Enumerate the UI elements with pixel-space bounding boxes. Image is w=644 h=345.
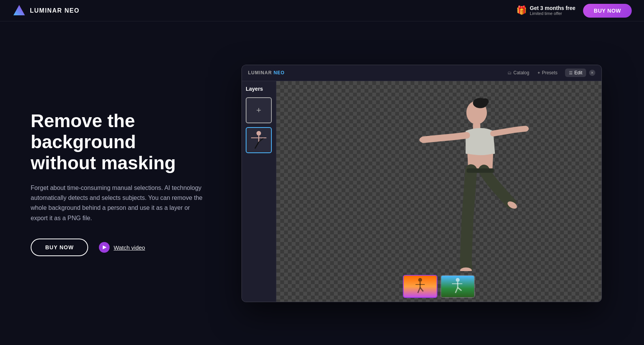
layers-panel: Layers +: [242, 81, 276, 302]
gift-icon: 🎁: [516, 5, 527, 15]
window-close-button[interactable]: ✕: [589, 70, 595, 76]
canvas-area: [276, 81, 601, 302]
cta-row: BUY NOW Watch video: [31, 239, 207, 256]
catalog-icon: 🗂: [508, 70, 512, 75]
yoga-figure: [391, 95, 552, 271]
film-thumb-2[interactable]: [440, 275, 475, 298]
layer-thumbnail[interactable]: [246, 127, 272, 153]
app-logo: LUMINAR NEO: [248, 70, 285, 75]
nav-edit-label: Edit: [574, 70, 582, 75]
header-right: 🎁 Get 3 months free Limited time offer B…: [516, 4, 632, 18]
play-triangle: [103, 245, 107, 249]
promo-text: Get 3 months free Limited time offer: [530, 5, 575, 16]
svg-point-15: [418, 278, 422, 282]
svg-line-5: [259, 138, 263, 142]
app-logo-luminar: LUMINAR: [248, 70, 272, 75]
promo-main-text: Get 3 months free: [530, 5, 575, 11]
buy-now-button[interactable]: BUY NOW: [31, 239, 88, 256]
edit-icon: ☰: [569, 70, 573, 75]
film-preview-1: [404, 276, 437, 297]
svg-marker-0: [13, 5, 25, 15]
play-icon[interactable]: [99, 242, 110, 253]
svg-point-8: [481, 98, 489, 105]
filmstrip: [403, 275, 475, 298]
svg-line-24: [458, 288, 462, 291]
page-headline: Remove the backgroundwithout masking: [31, 110, 207, 174]
right-panel: LUMINAR NEO 🗂 Catalog ✦ Presets ☰ Edit: [230, 65, 613, 302]
promo-sub-text: Limited time offer: [530, 11, 575, 16]
watch-video-link[interactable]: Watch video: [99, 242, 145, 253]
svg-point-20: [456, 278, 460, 282]
nav-item-edit[interactable]: ☰ Edit: [565, 69, 586, 77]
layers-title: Layers: [246, 86, 272, 92]
presets-icon: ✦: [537, 70, 540, 75]
app-body: Layers +: [242, 81, 601, 302]
app-window: LUMINAR NEO 🗂 Catalog ✦ Presets ☰ Edit: [242, 65, 602, 302]
svg-rect-14: [467, 168, 494, 173]
promo-area: 🎁 Get 3 months free Limited time offer: [516, 5, 575, 16]
svg-point-10: [419, 137, 426, 142]
film-thumb-1[interactable]: [403, 275, 437, 298]
nav-item-presets[interactable]: ✦ Presets: [537, 70, 558, 75]
buy-now-header-button[interactable]: BUY NOW: [583, 4, 632, 18]
yoga-person-svg: [391, 95, 552, 271]
film2-preview-icon: [450, 277, 465, 296]
add-layer-button[interactable]: +: [246, 97, 272, 123]
svg-line-18: [418, 288, 420, 293]
nav-presets-label: Presets: [542, 70, 558, 75]
app-titlebar: LUMINAR NEO 🗂 Catalog ✦ Presets ☰ Edit: [242, 65, 601, 81]
svg-line-19: [420, 288, 423, 291]
svg-point-11: [523, 126, 529, 131]
luminar-logo-icon: [12, 4, 26, 18]
film1-preview-icon: [412, 277, 428, 296]
layer-preview-icon: [247, 129, 270, 152]
svg-line-23: [455, 288, 458, 293]
app-logo-neo: NEO: [274, 70, 285, 75]
watch-video-label: Watch video: [113, 244, 145, 251]
nav-catalog-label: Catalog: [513, 70, 529, 75]
app-nav: 🗂 Catalog ✦ Presets ☰ Edit: [508, 69, 586, 77]
plus-icon: +: [256, 105, 261, 115]
svg-point-1: [256, 131, 261, 136]
hero-subtext: Forget about time-consuming manual selec…: [31, 183, 207, 224]
main-content: Remove the backgroundwithout masking For…: [0, 21, 644, 345]
logo-text: LUMINAR NEO: [30, 7, 79, 14]
nav-item-catalog[interactable]: 🗂 Catalog: [508, 70, 529, 75]
film-preview-2: [441, 276, 474, 297]
svg-line-4: [255, 142, 259, 149]
header: LUMINAR NEO 🎁 Get 3 months free Limited …: [0, 0, 644, 21]
left-panel: Remove the backgroundwithout masking For…: [31, 110, 207, 256]
logo-area: LUMINAR NEO: [12, 4, 79, 18]
